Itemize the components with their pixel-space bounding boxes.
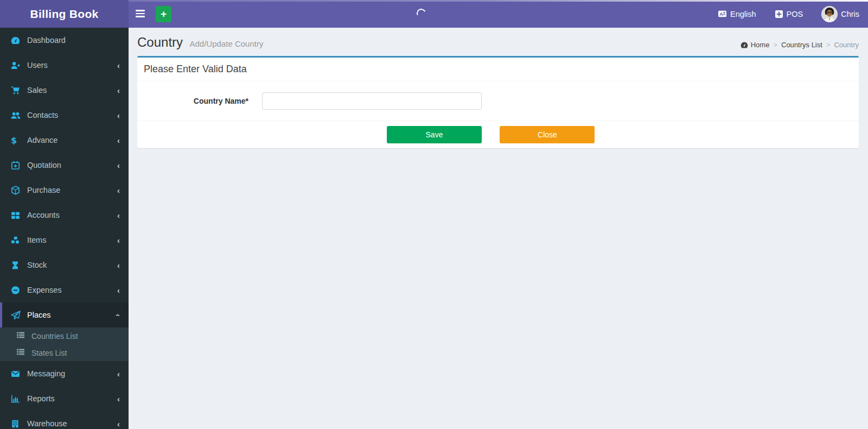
chevron-left-icon: ‹	[117, 370, 120, 378]
calendar-plus-icon	[11, 161, 23, 170]
chevron-left-icon: ‹	[117, 236, 120, 244]
sidebar-item-expenses[interactable]: Expenses ‹	[0, 277, 129, 302]
card-body: Country Name*	[137, 81, 859, 121]
sidebar-subitem-label: States List	[31, 349, 67, 357]
sidebar-item-label: Purchase	[27, 186, 60, 194]
sidebar-item-label: Warehouse	[27, 419, 67, 428]
chevron-down-icon: ‹	[117, 311, 120, 319]
sidebar-item-warehouse[interactable]: Warehouse ‹	[0, 411, 129, 429]
list-icon	[16, 331, 27, 342]
sidebar-item-reports[interactable]: Reports ‹	[0, 386, 129, 411]
sidebar-item-sales[interactable]: Sales ‹	[0, 78, 129, 103]
sidebar-item-label: Expenses	[27, 286, 62, 294]
sidebar-item-label: Contacts	[27, 111, 58, 119]
chevron-left-icon: ‹	[117, 136, 120, 144]
breadcrumb-home-link[interactable]: Home	[741, 41, 770, 49]
places-submenu: Countries List States List	[0, 327, 129, 361]
app-logo[interactable]: Billing Book	[0, 0, 129, 28]
sidebar-toggle-button[interactable]	[135, 8, 146, 20]
sidebar-item-label: Reports	[27, 394, 55, 403]
language-menu[interactable]: A English	[716, 0, 758, 28]
sidebar-subitem-states-list[interactable]: States List	[0, 344, 129, 361]
minus-circle-icon	[11, 286, 23, 295]
sidebar-item-label: Items	[27, 236, 46, 244]
chevron-left-icon: ‹	[117, 86, 120, 94]
chevron-left-icon: ‹	[117, 61, 120, 70]
sidebar-item-label: Stock	[27, 261, 47, 269]
chevron-left-icon: ‹	[117, 186, 120, 194]
save-button[interactable]: Save	[387, 126, 482, 143]
content-header: Country Add/Update Country Home > Countr…	[129, 28, 868, 56]
grid-icon	[11, 211, 23, 220]
pos-menu[interactable]: POS	[773, 0, 806, 28]
card-header-title: Please Enter Valid Data	[137, 58, 859, 81]
breadcrumb-separator: >	[773, 41, 777, 49]
sidebar-item-dashboard[interactable]: Dashboard	[0, 28, 129, 53]
bar-chart-icon	[11, 394, 23, 403]
top-navbar: Billing Book + A English	[0, 0, 868, 28]
close-button[interactable]: Close	[500, 126, 595, 143]
chevron-left-icon: ‹	[117, 420, 120, 428]
card-footer: Save Close	[137, 121, 859, 148]
required-asterisk: *	[246, 97, 248, 105]
breadcrumb-label: Countrys List	[781, 41, 822, 49]
sidebar-item-advance[interactable]: $ Advance ‹	[0, 128, 129, 153]
sidebar-item-stock[interactable]: Stock ‹	[0, 253, 129, 277]
sidebar-item-users[interactable]: Users ‹	[0, 53, 129, 78]
sidebar-subitem-label: Countries List	[31, 332, 78, 340]
chevron-left-icon: ‹	[117, 261, 120, 269]
breadcrumb-separator: >	[826, 41, 831, 49]
user-name: Chris	[841, 10, 859, 18]
topbar-right-menu: A English POS	[716, 0, 861, 28]
sidebar-item-label: Sales	[27, 86, 47, 94]
sidebar-item-accounts[interactable]: Accounts ‹	[0, 203, 129, 228]
envelope-icon	[11, 369, 23, 378]
breadcrumb-current: Country	[834, 41, 859, 49]
hourglass-icon	[11, 261, 23, 270]
sidebar-item-places[interactable]: Places ‹	[0, 302, 129, 327]
breadcrumb-countrys-list-link[interactable]: Countrys List	[781, 41, 822, 49]
country-name-input[interactable]	[262, 92, 482, 110]
sidebar-item-label: Quotation	[27, 161, 61, 169]
sidebar-item-purchase[interactable]: Purchase ‹	[0, 178, 129, 203]
cubes-icon	[11, 236, 23, 245]
country-name-label: Country Name*	[137, 97, 262, 105]
pos-label: POS	[787, 10, 803, 18]
country-form-card: Please Enter Valid Data Country Name* Sa…	[137, 56, 859, 148]
sidebar-item-label: Messaging	[27, 369, 65, 378]
people-icon	[11, 111, 23, 120]
svg-text:A: A	[719, 11, 723, 17]
user-menu[interactable]: Chris	[819, 0, 861, 28]
dashboard-icon	[11, 36, 23, 45]
sidebar-item-label: Advance	[27, 136, 58, 144]
cube-icon	[11, 186, 23, 195]
building-icon	[11, 419, 23, 428]
sidebar-item-items[interactable]: Items ‹	[0, 228, 129, 253]
sidebar-item-quotation[interactable]: Quotation ‹	[0, 153, 129, 178]
quick-add-button[interactable]: +	[156, 6, 171, 22]
breadcrumb-label: Home	[751, 41, 770, 49]
language-label: English	[730, 10, 756, 18]
chevron-left-icon: ‹	[117, 211, 120, 219]
paper-plane-icon	[11, 311, 23, 320]
page-subtitle: Add/Update Country	[190, 39, 264, 48]
breadcrumb: Home > Countrys List > Country	[741, 41, 859, 49]
sidebar-item-messaging[interactable]: Messaging ‹	[0, 361, 129, 386]
sidebar-item-label: Dashboard	[27, 36, 66, 45]
loading-spinner-icon	[416, 8, 427, 20]
language-icon: A	[718, 9, 727, 18]
dashboard-icon	[741, 41, 748, 49]
sidebar-item-label: Accounts	[27, 211, 60, 219]
dollar-icon: $	[11, 135, 23, 146]
country-name-form-row: Country Name*	[137, 92, 859, 110]
cart-icon	[11, 86, 23, 95]
chevron-left-icon: ‹	[117, 395, 120, 403]
sidebar-item-contacts[interactable]: Contacts ‹	[0, 103, 129, 128]
avatar	[821, 6, 838, 22]
list-icon	[16, 348, 27, 358]
user-plus-icon	[11, 61, 23, 70]
page-title: Country	[137, 35, 183, 49]
sidebar-subitem-countries-list[interactable]: Countries List	[0, 327, 129, 344]
content-area: Country Add/Update Country Home > Countr…	[129, 28, 868, 429]
plus-square-icon	[775, 10, 783, 18]
